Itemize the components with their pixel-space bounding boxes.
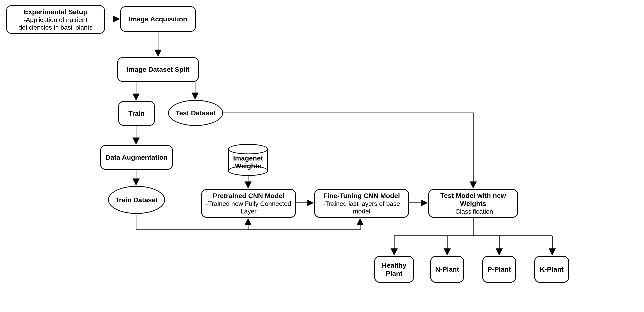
node-title: Data Augmentation — [106, 153, 168, 162]
node-title: Experimental Setup — [24, 8, 87, 16]
node-title: Imagenet Weights — [228, 154, 268, 170]
node-fine-tuning-cnn: Fine-Tuning CNN Model -Trained last laye… — [314, 189, 409, 218]
node-title: Test Dataset — [176, 109, 216, 117]
node-image-acquisition: Image Acquisition — [120, 6, 196, 32]
node-healthy-plant: Healthy Plant — [374, 256, 414, 283]
node-title: Pretrained CNN Model — [213, 192, 284, 200]
node-test-dataset: Test Dataset — [168, 100, 223, 126]
node-experimental-setup: Experimental Setup -Application of nutri… — [6, 5, 105, 34]
node-image-dataset-split: Image Dataset Split — [117, 57, 199, 82]
node-title: Image Dataset Split — [127, 65, 190, 73]
node-subtitle: -Application of nutrient deficiencies in… — [11, 16, 100, 31]
node-k-plant: K-Plant — [534, 256, 569, 283]
node-train: Train — [118, 101, 155, 126]
flowchart-canvas: Experimental Setup -Application of nutri… — [0, 0, 644, 312]
node-n-plant: N-Plant — [430, 256, 464, 283]
node-train-dataset: Train Dataset — [108, 186, 165, 214]
node-title: Train — [128, 109, 145, 117]
node-test-model: Test Model with new Weights -Classificat… — [428, 189, 518, 218]
node-title: Test Model with new Weights — [433, 192, 513, 208]
node-title: K-Plant — [540, 265, 564, 274]
node-subtitle: -Classification — [453, 208, 493, 215]
node-subtitle: -Trained new Fully Connected Layer — [206, 200, 291, 215]
node-title: Healthy Plant — [379, 261, 409, 278]
node-pretrained-cnn: Pretrained CNN Model -Trained new Fully … — [201, 189, 296, 218]
node-title: Fine-Tuning CNN Model — [323, 192, 400, 200]
node-imagenet-weights: Imagenet Weights — [228, 144, 268, 176]
node-data-augmentation: Data Augmentation — [100, 145, 173, 170]
node-title: N-Plant — [435, 265, 459, 274]
node-subtitle: -Trained last layers of base model — [319, 200, 404, 215]
node-p-plant: P-Plant — [482, 256, 516, 283]
node-title: P-Plant — [487, 265, 511, 274]
node-title: Train Dataset — [115, 196, 158, 204]
node-title: Image Acquisition — [129, 15, 187, 23]
